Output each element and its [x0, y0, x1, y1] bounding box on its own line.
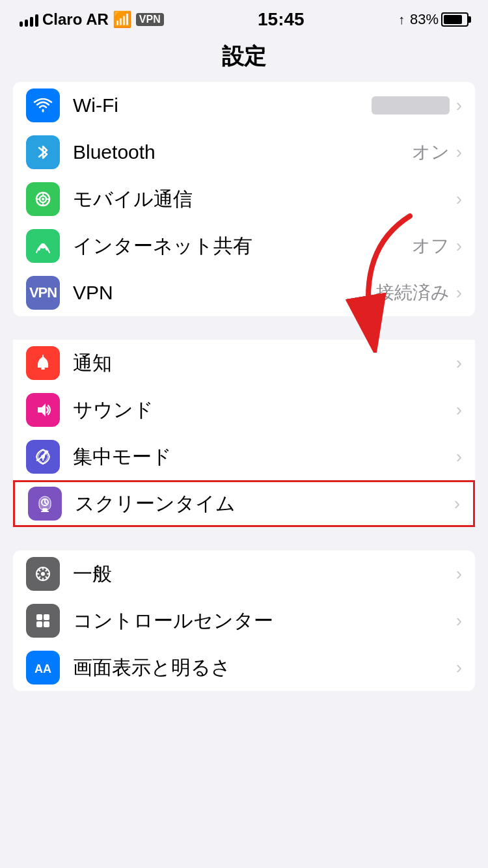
network-group: Wi-Fi › Bluetooth オン › モバイル通信 ›	[13, 82, 475, 316]
mobile-row[interactable]: モバイル通信 ›	[13, 176, 475, 223]
svg-rect-9	[41, 511, 49, 512]
screentime-chevron: ›	[454, 493, 460, 514]
focus-chevron: ›	[456, 446, 462, 467]
vpn-row[interactable]: VPN VPN 接続済み ›	[13, 269, 475, 316]
carrier-label: Claro AR	[42, 10, 109, 29]
vpn-icon-text: VPN	[29, 284, 57, 301]
display-row[interactable]: AA 画面表示と明るさ ›	[13, 644, 475, 691]
wifi-chevron: ›	[456, 95, 462, 116]
battery-icon	[441, 12, 468, 27]
location-icon: ↑	[398, 12, 405, 27]
svg-point-2	[42, 198, 44, 200]
svg-point-7	[41, 455, 45, 459]
bluetooth-row[interactable]: Bluetooth オン ›	[13, 129, 475, 176]
display-chevron: ›	[456, 657, 462, 678]
battery-container: 83%	[410, 11, 468, 28]
general-label: 一般	[73, 561, 456, 588]
wifi-label: Wi-Fi	[73, 94, 372, 116]
controlcenter-icon	[26, 604, 60, 638]
notifications-row[interactable]: 通知 ›	[13, 340, 475, 387]
vpn-chevron: ›	[456, 282, 462, 303]
svg-text:AA: AA	[34, 662, 51, 675]
controlcenter-label: コントロールセンター	[73, 608, 456, 634]
svg-rect-5	[41, 368, 45, 370]
display-icon: AA	[26, 651, 60, 685]
status-bar: Claro AR 📶 VPN 15:45 ↑ 83%	[0, 0, 488, 35]
sound-row[interactable]: サウンド ›	[13, 387, 475, 433]
focus-row[interactable]: 集中モード ›	[13, 433, 475, 480]
svg-point-12	[41, 572, 45, 576]
vpn-badge: VPN	[136, 13, 164, 26]
svg-rect-13	[36, 614, 42, 620]
time-label: 15:45	[258, 9, 305, 30]
focus-icon	[26, 440, 60, 474]
focus-label: 集中モード	[73, 444, 456, 470]
svg-rect-15	[36, 621, 42, 627]
status-left: Claro AR 📶 VPN	[20, 10, 164, 29]
screentime-row[interactable]: スクリーンタイム ›	[13, 480, 475, 527]
wifi-icon	[26, 88, 60, 122]
hotspot-chevron: ›	[456, 236, 462, 256]
notifications-icon	[26, 346, 60, 380]
notifications-group: 通知 › サウンド ›	[13, 340, 475, 527]
general-row[interactable]: 一般 ›	[13, 550, 475, 597]
page-title: 設定	[0, 35, 488, 82]
hotspot-icon	[26, 229, 60, 263]
notifications-label: 通知	[73, 350, 456, 377]
wifi-network-value	[372, 96, 450, 115]
hotspot-value: オフ	[412, 234, 450, 258]
svg-marker-6	[38, 403, 46, 416]
hotspot-row[interactable]: インターネット共有 オフ ›	[13, 223, 475, 269]
svg-rect-14	[44, 614, 49, 620]
vpn-value: 接続済み	[376, 280, 450, 305]
screentime-icon	[28, 487, 62, 521]
general-icon	[26, 557, 60, 591]
bluetooth-chevron: ›	[456, 142, 462, 163]
wifi-icon: 📶	[113, 10, 132, 29]
bluetooth-icon	[26, 135, 60, 169]
annotation-container: 通知 › サウンド ›	[0, 340, 488, 527]
hotspot-label: インターネット共有	[73, 233, 412, 260]
battery-percent-label: 83%	[410, 11, 439, 28]
mobile-icon	[26, 182, 60, 216]
controlcenter-row[interactable]: コントロールセンター ›	[13, 597, 475, 644]
wifi-row[interactable]: Wi-Fi ›	[13, 82, 475, 129]
signal-strength-icon	[20, 12, 38, 27]
sound-label: サウンド	[73, 397, 456, 424]
bluetooth-label: Bluetooth	[73, 141, 412, 163]
battery-fill	[444, 15, 462, 24]
general-group: 一般 › コントロールセンター › AA 画面表示と明るさ ›	[13, 550, 475, 691]
controlcenter-chevron: ›	[456, 610, 462, 631]
svg-rect-16	[44, 621, 49, 627]
mobile-chevron: ›	[456, 189, 462, 210]
sound-chevron: ›	[456, 400, 462, 420]
bluetooth-value: オン	[412, 140, 450, 165]
general-chevron: ›	[456, 563, 462, 584]
display-label: 画面表示と明るさ	[73, 655, 456, 681]
screentime-label: スクリーンタイム	[75, 491, 454, 517]
vpn-label: VPN	[73, 282, 376, 304]
status-right: ↑ 83%	[398, 11, 468, 28]
notifications-chevron: ›	[456, 353, 462, 373]
vpn-icon: VPN	[26, 276, 60, 310]
mobile-label: モバイル通信	[73, 186, 456, 213]
sound-icon	[26, 393, 60, 427]
